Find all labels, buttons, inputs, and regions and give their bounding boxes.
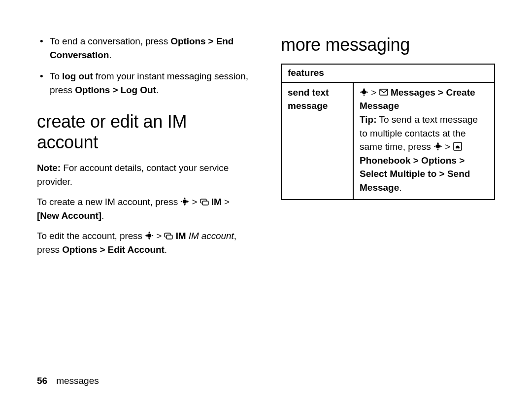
text: . (101, 210, 104, 221)
menu-path: Phonebook (360, 155, 410, 166)
page-footer: 56messages (37, 376, 99, 386)
menu-path: IM (173, 231, 186, 241)
text: > (442, 141, 453, 152)
text-bold: log out (62, 71, 93, 81)
text: > (154, 231, 164, 241)
text: To edit the account, press (37, 231, 145, 241)
feature-name: send text message (281, 82, 353, 200)
page-content: To end a conversation, press Options > E… (0, 0, 532, 345)
text: For account details, contact your servic… (37, 163, 229, 187)
note-label: Note: (37, 163, 61, 173)
table-row: send text message > Messages > Create Me… (281, 82, 495, 200)
im-icon (164, 233, 173, 240)
left-column: To end a conversation, press Options > E… (37, 34, 251, 325)
create-account-paragraph: To create a new IM account, press > IM >… (37, 195, 251, 222)
text: > (222, 197, 230, 207)
text-italic: IM account (186, 231, 234, 241)
edit-account-paragraph: To edit the account, press > IM IM accou… (37, 229, 251, 256)
menu-path: IM (209, 197, 222, 207)
text: > (189, 197, 200, 207)
text: To end a conversation, press (50, 36, 170, 46)
feature-desc: > Messages > Create Message Tip: To send… (353, 82, 495, 200)
nav-key-icon (433, 142, 442, 151)
text: To create a new IM account, press (37, 197, 180, 207)
page-number: 56 (37, 376, 47, 386)
text: . (165, 244, 167, 255)
right-column: more messaging features send text messag… (281, 34, 495, 325)
section-name: messages (56, 376, 99, 386)
bullet-log-out: To log out from your instant messaging s… (37, 69, 251, 97)
text: > (368, 87, 379, 98)
im-icon (200, 199, 209, 206)
menu-path: [New Account] (37, 210, 101, 221)
text: . (109, 50, 111, 60)
text: . (399, 182, 401, 193)
nav-key-icon (180, 197, 189, 206)
table-header: features (281, 64, 495, 82)
phonebook-icon (453, 142, 462, 151)
text: . (156, 85, 159, 95)
menu-path: Options > Log Out (75, 85, 156, 95)
heading-create-im: create or edit an IM account (37, 111, 251, 152)
heading-more-messaging: more messaging (281, 34, 495, 55)
envelope-icon (379, 88, 388, 97)
menu-path: Options > Edit Account (62, 244, 165, 255)
features-table: features send text message > Messages > … (281, 64, 495, 200)
bullet-end-conversation: To end a conversation, press Options > E… (37, 34, 251, 62)
note-paragraph: Note: For account details, contact your … (37, 161, 251, 188)
nav-key-icon (145, 231, 154, 240)
text: To (50, 71, 62, 81)
tip-label: Tip: (360, 114, 376, 125)
nav-key-icon (360, 88, 368, 97)
bullet-list: To end a conversation, press Options > E… (37, 34, 251, 97)
